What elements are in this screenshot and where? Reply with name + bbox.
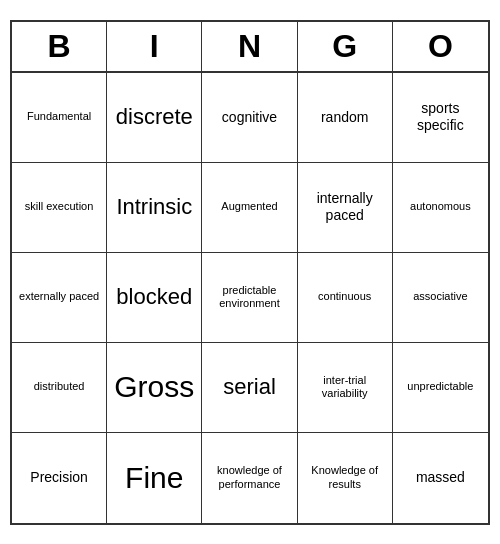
cell-text: cognitive [222,109,277,126]
cell-text: sports specific [397,100,484,134]
header-letter: B [12,22,107,71]
bingo-cell: blocked [107,253,202,343]
cell-text: Fundamental [27,110,91,123]
bingo-cell: discrete [107,73,202,163]
cell-text: blocked [116,284,192,310]
header-letter: G [298,22,393,71]
cell-text: distributed [34,380,85,393]
bingo-cell: autonomous [393,163,488,253]
cell-text: random [321,109,368,126]
header-letter: I [107,22,202,71]
bingo-cell: associative [393,253,488,343]
bingo-cell: knowledge of performance [202,433,297,523]
bingo-cell: Fine [107,433,202,523]
bingo-cell: sports specific [393,73,488,163]
header-letter: N [202,22,297,71]
cell-text: skill execution [25,200,93,213]
bingo-cell: serial [202,343,297,433]
cell-text: continuous [318,290,371,303]
cell-text: Intrinsic [116,194,192,220]
header-letter: O [393,22,488,71]
bingo-cell: Fundamental [12,73,107,163]
cell-text: Precision [30,469,88,486]
cell-text: Knowledge of results [302,464,388,490]
bingo-cell: externally paced [12,253,107,343]
bingo-cell: skill execution [12,163,107,253]
bingo-cell: internally paced [298,163,393,253]
bingo-cell: Precision [12,433,107,523]
bingo-cell: cognitive [202,73,297,163]
cell-text: knowledge of performance [206,464,292,490]
bingo-cell: Augmented [202,163,297,253]
bingo-grid: Fundamentaldiscretecognitiverandomsports… [12,73,488,523]
bingo-cell: continuous [298,253,393,343]
bingo-cell: massed [393,433,488,523]
bingo-cell: random [298,73,393,163]
cell-text: inter-trial variability [302,374,388,400]
cell-text: serial [223,374,276,400]
cell-text: associative [413,290,467,303]
bingo-cell: Knowledge of results [298,433,393,523]
bingo-cell: unpredictable [393,343,488,433]
bingo-cell: distributed [12,343,107,433]
cell-text: predictable environment [206,284,292,310]
bingo-card: BINGO Fundamentaldiscretecognitiverandom… [10,20,490,525]
cell-text: Gross [114,369,194,405]
cell-text: Augmented [221,200,277,213]
cell-text: externally paced [19,290,99,303]
cell-text: discrete [116,104,193,130]
cell-text: Fine [125,460,183,496]
cell-text: autonomous [410,200,471,213]
cell-text: unpredictable [407,380,473,393]
bingo-cell: Intrinsic [107,163,202,253]
bingo-cell: predictable environment [202,253,297,343]
cell-text: massed [416,469,465,486]
cell-text: internally paced [302,190,388,224]
bingo-cell: inter-trial variability [298,343,393,433]
bingo-header: BINGO [12,22,488,73]
bingo-cell: Gross [107,343,202,433]
